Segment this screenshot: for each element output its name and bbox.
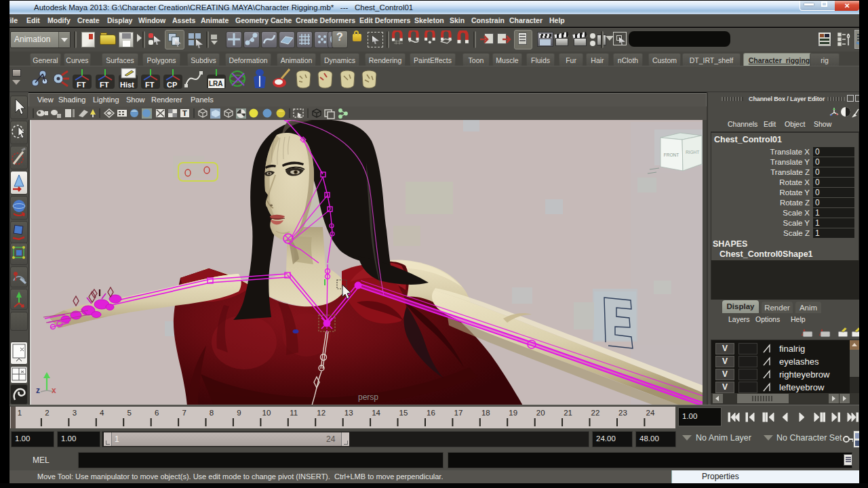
svg-text:CP: CP: [167, 81, 177, 89]
svg-text:22: 22: [591, 409, 600, 417]
svg-text:T: T: [182, 109, 187, 117]
svg-text:z: z: [36, 386, 40, 395]
svg-text:3: 3: [73, 409, 77, 417]
svg-text:persp: persp: [358, 392, 378, 402]
svg-text:10: 10: [262, 409, 271, 417]
svg-text:8: 8: [210, 409, 214, 417]
svg-text:6: 6: [155, 409, 159, 417]
svg-text:FT: FT: [77, 81, 86, 89]
svg-text:7: 7: [182, 409, 186, 417]
svg-text:FRONT: FRONT: [664, 152, 679, 157]
svg-text:21: 21: [564, 409, 572, 417]
svg-text:17: 17: [454, 409, 463, 417]
svg-text:11: 11: [290, 409, 298, 417]
svg-text:14: 14: [372, 409, 380, 417]
svg-text:20: 20: [536, 409, 545, 417]
svg-text:24: 24: [646, 409, 655, 417]
svg-text:19: 19: [509, 409, 517, 417]
svg-text:LRA: LRA: [209, 80, 223, 87]
svg-text:9: 9: [237, 409, 241, 417]
svg-text:FT: FT: [145, 81, 155, 89]
svg-text:5: 5: [127, 409, 131, 417]
svg-text:2: 2: [45, 409, 49, 417]
svg-text:16: 16: [427, 409, 435, 417]
svg-text:15: 15: [399, 409, 408, 417]
svg-text:FT: FT: [100, 81, 109, 89]
svg-text:4: 4: [100, 409, 104, 417]
svg-text:13: 13: [344, 409, 353, 417]
svg-text:x: x: [52, 386, 56, 395]
svg-text:Hist: Hist: [120, 81, 134, 89]
svg-text:RIGHT: RIGHT: [686, 150, 699, 155]
svg-text:1: 1: [18, 409, 22, 417]
svg-text:23: 23: [618, 409, 627, 417]
svg-text:18: 18: [481, 409, 490, 417]
svg-text:12: 12: [317, 409, 326, 417]
